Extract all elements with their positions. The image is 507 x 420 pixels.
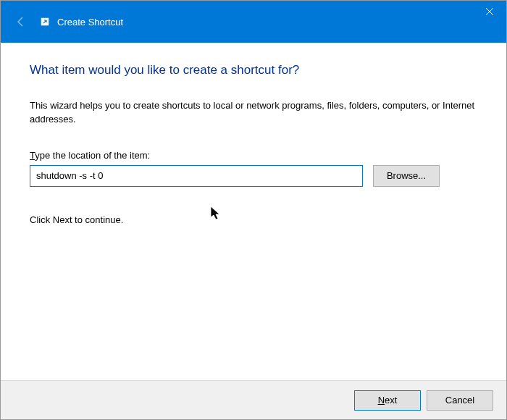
continue-hint: Click Next to continue.	[30, 214, 477, 225]
browse-button[interactable]: Browse...	[373, 165, 440, 187]
next-button[interactable]: Next	[354, 390, 421, 411]
window-title: Create Shortcut	[57, 17, 123, 28]
titlebar: Create Shortcut	[1, 1, 506, 43]
create-shortcut-wizard: Create Shortcut What item would you like…	[0, 0, 507, 420]
wizard-description: This wizard helps you to create shortcut…	[30, 99, 477, 127]
location-field-label: Type the location of the item:	[30, 150, 477, 161]
location-input-row: Browse...	[30, 165, 477, 187]
page-heading: What item would you like to create a sho…	[30, 63, 477, 77]
close-icon	[485, 7, 494, 16]
close-button[interactable]	[473, 1, 506, 22]
cancel-button[interactable]: Cancel	[427, 390, 493, 411]
wizard-footer: Next Cancel	[1, 380, 506, 419]
back-arrow-icon	[14, 14, 28, 29]
wizard-content: What item would you like to create a sho…	[1, 43, 506, 380]
location-input[interactable]	[30, 165, 363, 187]
shortcut-icon	[40, 17, 50, 27]
